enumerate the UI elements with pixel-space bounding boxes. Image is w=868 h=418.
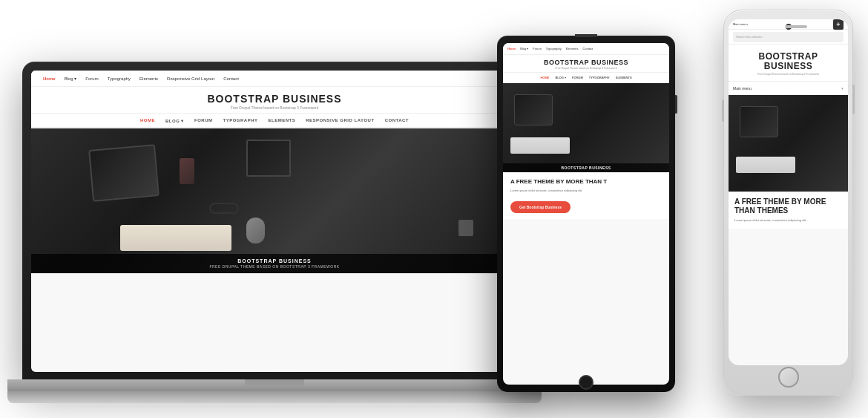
tablet-nav-contact: Contact — [582, 47, 593, 50]
tablet-site-title: BOOTSTRAP BUSINESS — [503, 59, 669, 66]
laptop-site-subtitle: Free Drupal Theme based on Bootstrap 3 F… — [31, 105, 518, 110]
phone-device: Main menu + Search this website... BOOTS… — [723, 10, 853, 396]
laptop-device: Home Blog ▾ Forum Typography Elements Re… — [22, 39, 527, 403]
scene: Home Blog ▾ Forum Typography Elements Re… — [0, 0, 868, 418]
laptop-body: Home Blog ▾ Forum Typography Elements Re… — [22, 62, 527, 381]
tablet-home-button[interactable] — [579, 375, 594, 390]
tablet-mainnav-elements: ELEMENTS — [616, 76, 632, 79]
tablet-cta-button[interactable]: Get Bootstrap Business — [510, 201, 571, 213]
tablet-caption: BOOTSTRAP BUSINESS — [503, 163, 669, 172]
laptop-desk-mouse — [246, 218, 265, 244]
phone-search-placeholder: Search this website... — [736, 35, 764, 39]
tablet-device: Home Blog ▾ Forum Typography Elements Co… — [497, 36, 675, 392]
laptop-hero-image — [31, 128, 518, 273]
laptop-caption: BOOTSTRAP BUSINESS FREE DRUPAL THEME BAS… — [31, 254, 518, 273]
laptop-nav-home: Home — [43, 76, 56, 81]
tablet-site-subtitle: Free Drupal Theme based on Bootstrap 3 F… — [503, 67, 669, 70]
phone-speaker — [785, 25, 807, 28]
tablet-power-button — [575, 34, 597, 37]
laptop-mainnav-typography: TYPOGRAPHY — [223, 118, 257, 123]
laptop-nav-blog: Blog ▾ — [65, 76, 77, 81]
laptop-caption-title: BOOTSTRAP BUSINESS — [39, 258, 510, 264]
laptop-desk-phone — [180, 158, 194, 184]
phone-site-subtitle: Free Drupal Theme based on Bootstrap 3 F… — [733, 73, 844, 76]
tablet-mainnav: HOME BLOG ▾ FORUM TYPOGRAPHY ELEMENTS — [503, 73, 669, 83]
tablet-nav-typography: Typography — [546, 47, 562, 50]
phone-select-label: Main menu — [733, 86, 752, 91]
chevron-down-icon: ▾ — [841, 86, 844, 91]
laptop-desk-keyboard — [120, 225, 231, 251]
phone-menu-label: Main menu — [733, 22, 748, 26]
laptop-hero: BOOTSTRAP BUSINESS FREE DRUPAL THEME BAS… — [31, 128, 518, 273]
tablet-nav-blog: Blog ▾ — [520, 47, 528, 50]
laptop-nav-elements: Elements — [139, 76, 158, 81]
laptop-screen: Home Blog ▾ Forum Typography Elements Re… — [31, 71, 518, 372]
phone-header: BOOTSTRAPBUSINESS Free Drupal Theme base… — [729, 45, 848, 82]
laptop-foot — [7, 391, 542, 403]
phone-screen: Main menu + Search this website... BOOTS… — [729, 19, 848, 365]
laptop-desk-glasses — [209, 203, 239, 214]
laptop-desk-monitor — [246, 140, 291, 177]
laptop-site-title: BOOTSTRAP BUSINESS — [31, 93, 518, 105]
laptop-mainnav-contact: CONTACT — [385, 118, 409, 123]
laptop-caption-subtitle: FREE DRUPAL THEME BASED ON BOOTSTRAP 3 F… — [39, 264, 510, 269]
laptop-desk-mug — [458, 220, 473, 236]
tablet-screen: Home Blog ▾ Forum Typography Elements Co… — [503, 43, 669, 385]
tablet-mainnav-forum: FORUM — [572, 76, 583, 79]
tablet-content-section: A FREE THEME BY MORE THAN T Lorem ipsum … — [503, 172, 669, 219]
phone-home-button[interactable] — [778, 367, 799, 388]
laptop-mainnav-forum: FORUM — [194, 118, 213, 123]
laptop-mainnav: HOME BLOG ▾ FORUM TYPOGRAPHY ELEMENTS RE… — [31, 114, 518, 128]
laptop-mainnav-blog: BLOG ▾ — [165, 118, 184, 123]
phone-power-button — [852, 85, 855, 114]
tablet-section-body: Lorem ipsum dolor sit amet, consectetur … — [510, 189, 662, 193]
laptop-mainnav-elements: ELEMENTS — [268, 118, 295, 123]
phone-site-title: BOOTSTRAPBUSINESS — [733, 52, 844, 71]
laptop-header: BOOTSTRAP BUSINESS Free Drupal Theme bas… — [31, 87, 518, 114]
phone-nav-select[interactable]: Main menu ▾ — [729, 82, 848, 95]
phone-hero-image — [729, 95, 848, 192]
tablet-body: Home Blog ▾ Forum Typography Elements Co… — [497, 36, 675, 392]
laptop-nav-contact: Contact — [223, 76, 239, 81]
laptop-nav-grid: Responsive Grid Layout — [167, 76, 214, 81]
tablet-topnav: Home Blog ▾ Forum Typography Elements Co… — [503, 43, 669, 55]
tablet-hero-image — [503, 83, 669, 172]
tablet-section-heading: A FREE THEME BY MORE THAN T — [510, 178, 662, 186]
laptop-mainnav-grid: RESPONSIVE GRID LAYOUT — [306, 118, 374, 123]
tablet-hero: BOOTSTRAP BUSINESS — [503, 83, 669, 172]
phone-volume-button — [722, 99, 724, 122]
phone-hero — [729, 95, 848, 192]
laptop-mainnav-home: HOME — [140, 118, 155, 123]
phone-search-input[interactable]: Search this website... — [733, 32, 844, 42]
tablet-mainnav-typography: TYPOGRAPHY — [589, 76, 610, 79]
phone-section-body: Lorem ipsum dolor sit amet, consectetur … — [734, 218, 842, 223]
tablet-mainnav-blog: BLOG ▾ — [555, 76, 566, 79]
phone-search-bar: Search this website... — [729, 30, 848, 45]
tablet-header: BOOTSTRAP BUSINESS Free Drupal Theme bas… — [503, 55, 669, 73]
laptop-nav-typography: Typography — [108, 76, 131, 81]
tablet-nav-home: Home — [507, 47, 516, 50]
tablet-nav-elements: Elements — [566, 47, 579, 50]
phone-section-heading: A FREE THEME BY MORETHAN THEMES — [734, 197, 842, 215]
laptop-desk-tablet — [88, 144, 160, 202]
tablet-caption-title: BOOTSTRAP BUSINESS — [507, 166, 665, 170]
phone-body: Main menu + Search this website... BOOTS… — [723, 10, 853, 396]
tablet-mainnav-home: HOME — [540, 76, 549, 79]
tablet-side-button — [675, 95, 677, 114]
phone-content-section: A FREE THEME BY MORETHAN THEMES Lorem ip… — [729, 192, 848, 229]
tablet-nav-forum: Forum — [533, 47, 542, 50]
phone-plus-button[interactable]: + — [833, 19, 844, 30]
laptop-nav-forum: Forum — [85, 76, 98, 81]
laptop-topnav: Home Blog ▾ Forum Typography Elements Re… — [31, 71, 518, 87]
